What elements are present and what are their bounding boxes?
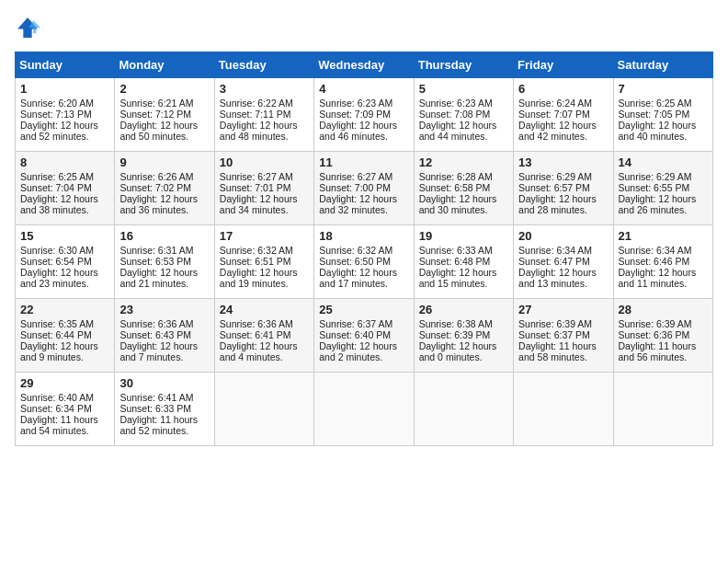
sunrise: Sunrise: 6:32 AM [319,245,392,256]
col-header-wednesday: Wednesday [314,52,414,78]
day-number: 8 [20,155,109,169]
sunset: Sunset: 6:53 PM [119,256,191,267]
calendar-cell: 15Sunrise: 6:30 AMSunset: 6:54 PMDayligh… [16,225,115,299]
calendar-cell: 19Sunrise: 6:33 AMSunset: 6:48 PMDayligh… [414,225,513,299]
sunset: Sunset: 7:09 PM [319,109,391,120]
sunrise: Sunrise: 6:36 AM [220,318,293,329]
daylight: Daylight: 11 hours and 54 minutes. [20,414,98,436]
calendar-cell: 10Sunrise: 6:27 AMSunset: 7:01 PMDayligh… [214,152,313,225]
daylight: Daylight: 12 hours and 38 minutes. [20,193,98,215]
daylight: Daylight: 12 hours and 40 minutes. [619,120,697,142]
sunrise: Sunrise: 6:25 AM [20,171,94,182]
week-row-2: 8Sunrise: 6:25 AMSunset: 7:04 PMDaylight… [16,152,713,225]
sunset: Sunset: 6:44 PM [20,329,92,340]
day-number: 21 [619,229,708,243]
sunset: Sunset: 6:48 PM [419,256,491,267]
sunrise: Sunrise: 6:22 AM [220,98,293,109]
sunset: Sunset: 6:43 PM [119,329,191,340]
daylight: Daylight: 12 hours and 13 minutes. [518,267,597,289]
sunset: Sunset: 6:37 PM [518,329,590,340]
calendar-cell: 7Sunrise: 6:25 AMSunset: 7:05 PMDaylight… [613,78,712,152]
day-number: 28 [619,303,708,316]
daylight: Daylight: 12 hours and 28 minutes. [518,193,597,215]
sunset: Sunset: 6:33 PM [119,403,191,414]
calendar-cell: 1Sunrise: 6:20 AMSunset: 7:13 PMDaylight… [16,78,115,152]
sunrise: Sunrise: 6:23 AM [419,98,493,109]
day-number: 1 [20,82,109,96]
day-number: 17 [220,229,309,243]
sunrise: Sunrise: 6:33 AM [419,245,493,256]
sunrise: Sunrise: 6:39 AM [518,318,592,329]
col-header-saturday: Saturday [613,52,712,78]
daylight: Daylight: 12 hours and 2 minutes. [319,340,397,362]
calendar-cell [514,373,613,446]
calendar-cell [314,373,414,446]
week-row-5: 29Sunrise: 6:40 AMSunset: 6:34 PMDayligh… [16,373,713,446]
sunset: Sunset: 6:40 PM [319,329,391,340]
sunrise: Sunrise: 6:29 AM [619,171,692,182]
calendar-cell: 6Sunrise: 6:24 AMSunset: 7:07 PMDaylight… [514,78,613,152]
daylight: Daylight: 12 hours and 50 minutes. [119,120,198,142]
day-number: 22 [20,303,109,316]
daylight: Daylight: 12 hours and 7 minutes. [119,340,198,362]
day-number: 14 [619,155,708,169]
calendar-cell: 12Sunrise: 6:28 AMSunset: 6:58 PMDayligh… [414,152,513,225]
sunset: Sunset: 6:57 PM [518,182,590,193]
calendar-cell: 30Sunrise: 6:41 AMSunset: 6:33 PMDayligh… [115,373,214,446]
sunset: Sunset: 7:01 PM [220,182,291,193]
day-number: 10 [220,155,309,169]
daylight: Daylight: 11 hours and 58 minutes. [518,340,597,362]
calendar-cell: 23Sunrise: 6:36 AMSunset: 6:43 PMDayligh… [115,299,214,373]
week-row-4: 22Sunrise: 6:35 AMSunset: 6:44 PMDayligh… [16,299,713,373]
day-number: 18 [319,229,408,243]
day-number: 23 [119,303,209,316]
sunrise: Sunrise: 6:38 AM [419,318,493,329]
calendar-cell: 9Sunrise: 6:26 AMSunset: 7:02 PMDaylight… [115,152,214,225]
sunrise: Sunrise: 6:39 AM [619,318,692,329]
daylight: Daylight: 12 hours and 32 minutes. [319,193,397,215]
day-number: 26 [419,303,508,316]
col-header-tuesday: Tuesday [214,52,313,78]
day-number: 20 [518,229,608,243]
sunrise: Sunrise: 6:36 AM [119,318,193,329]
calendar-cell: 22Sunrise: 6:35 AMSunset: 6:44 PMDayligh… [16,299,115,373]
sunset: Sunset: 7:12 PM [119,109,191,120]
daylight: Daylight: 12 hours and 11 minutes. [619,267,697,289]
day-number: 29 [20,376,109,390]
sunset: Sunset: 6:54 PM [20,256,92,267]
sunrise: Sunrise: 6:34 AM [518,245,592,256]
sunrise: Sunrise: 6:37 AM [319,318,392,329]
daylight: Daylight: 11 hours and 56 minutes. [619,340,697,362]
header-row: SundayMondayTuesdayWednesdayThursdayFrid… [16,52,713,78]
sunset: Sunset: 6:41 PM [220,329,291,340]
calendar-cell: 13Sunrise: 6:29 AMSunset: 6:57 PMDayligh… [514,152,613,225]
daylight: Daylight: 12 hours and 52 minutes. [20,120,98,142]
daylight: Daylight: 12 hours and 21 minutes. [119,267,198,289]
daylight: Daylight: 11 hours and 52 minutes. [119,414,198,436]
calendar-cell [414,373,513,446]
col-header-monday: Monday [115,52,214,78]
calendar-cell: 25Sunrise: 6:37 AMSunset: 6:40 PMDayligh… [314,299,414,373]
day-number: 4 [319,82,408,96]
day-number: 25 [319,303,408,316]
day-number: 2 [119,82,209,96]
logo-icon [15,15,40,40]
sunset: Sunset: 6:50 PM [319,256,391,267]
sunrise: Sunrise: 6:27 AM [319,171,392,182]
sunset: Sunset: 7:04 PM [20,182,92,193]
sunset: Sunset: 6:47 PM [518,256,590,267]
sunrise: Sunrise: 6:25 AM [619,98,692,109]
calendar-cell: 28Sunrise: 6:39 AMSunset: 6:36 PMDayligh… [613,299,712,373]
logo [15,15,44,40]
calendar-cell: 11Sunrise: 6:27 AMSunset: 7:00 PMDayligh… [314,152,414,225]
sunset: Sunset: 7:00 PM [319,182,391,193]
day-number: 9 [119,155,209,169]
sunset: Sunset: 6:36 PM [619,329,690,340]
sunrise: Sunrise: 6:41 AM [119,392,193,403]
sunset: Sunset: 7:02 PM [119,182,191,193]
day-number: 19 [419,229,508,243]
sunset: Sunset: 6:46 PM [619,256,690,267]
calendar-cell [214,373,313,446]
col-header-sunday: Sunday [16,52,115,78]
col-header-friday: Friday [514,52,613,78]
